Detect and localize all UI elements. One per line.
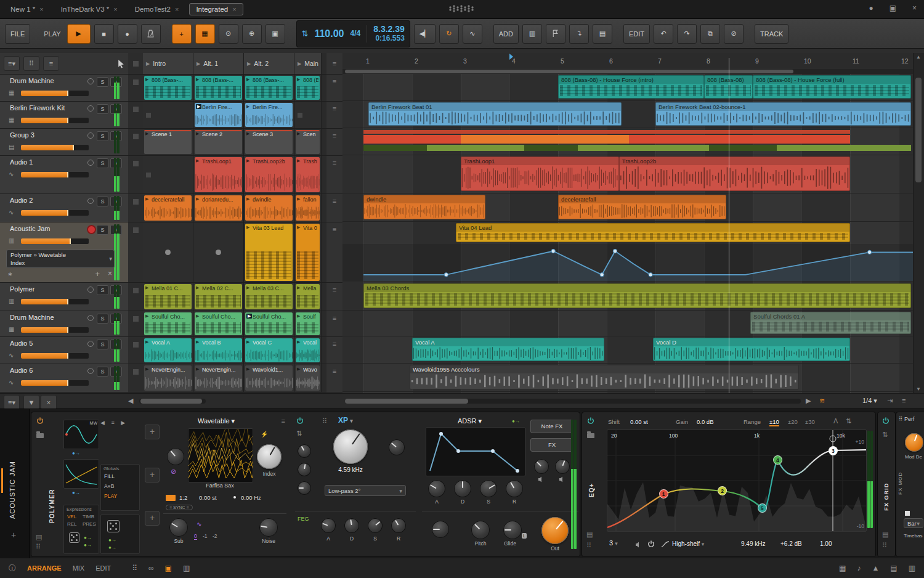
track-header-berlin-firework-kit-1[interactable]: Berlin Firework KitSM▦ xyxy=(0,102,128,129)
wt-env-icon[interactable]: ⚡ xyxy=(261,431,268,438)
record-button[interactable]: ● xyxy=(118,24,137,44)
monitor-button[interactable] xyxy=(87,368,94,374)
clip-play-icon[interactable]: ▶ xyxy=(145,77,148,82)
group-strip[interactable] xyxy=(629,135,850,144)
launcher-clip[interactable]: ▶Berlin Fire... xyxy=(195,103,242,127)
time-signature[interactable]: 4/4 xyxy=(351,30,361,38)
launcher-clip[interactable]: ▶808 (B xyxy=(296,76,320,100)
eq-band-freq[interactable]: 9.49 kHz xyxy=(741,540,765,547)
scene-play-icon[interactable]: ▶ xyxy=(298,61,301,67)
expr-pres[interactable]: PRES xyxy=(83,521,96,527)
clip-play-icon[interactable]: ▶ xyxy=(297,367,300,372)
eq-solo-icon[interactable]: Λ xyxy=(833,417,838,425)
eq-range-20[interactable]: ±20 xyxy=(788,418,798,425)
close-panel-icon[interactable]: × xyxy=(41,395,57,410)
keytrack-icon[interactable] xyxy=(166,495,176,501)
wavetable-display[interactable] xyxy=(188,428,253,482)
launcher-clip[interactable]: ▶dwindle xyxy=(245,195,293,221)
scroll-menu-icon[interactable]: ≡ xyxy=(902,397,906,404)
clip-slot[interactable]: ▶Mella 02 C... xyxy=(193,283,244,311)
clip-slot[interactable]: ▶Vocal B xyxy=(193,337,244,364)
vertical-scroll-thumb[interactable] xyxy=(915,78,922,182)
feg-d-knob[interactable] xyxy=(344,518,359,533)
rand-arrow2-icon[interactable]: ●→ xyxy=(108,545,116,550)
launcher-clip[interactable]: ▶Vocal xyxy=(296,338,320,362)
collapse-panel-icon[interactable]: ▼ xyxy=(23,395,39,410)
clip-slot[interactable]: ▶dorianredu... xyxy=(193,194,244,222)
clip-play-icon[interactable]: ▶ xyxy=(246,158,249,163)
sync-badge[interactable]: ≡ SYNC ≡ xyxy=(166,505,193,510)
sub-oct-1[interactable]: -1 xyxy=(203,533,208,539)
clip-stop-cell[interactable] xyxy=(128,102,143,129)
polymer-drag-icon[interactable]: ⠿ xyxy=(36,543,41,551)
track-header-polymer-6[interactable]: PolymerSM▥ xyxy=(0,283,128,311)
launcher-clip[interactable]: ▶808 (Bass-... xyxy=(195,76,242,100)
record-indicator-icon[interactable]: ● xyxy=(869,4,873,12)
track-menu-icon[interactable]: ≡ xyxy=(333,314,336,322)
launcher-clip[interactable]: ▶Mella 01 C... xyxy=(144,284,192,309)
clip-slot[interactable]: ▶Mella xyxy=(294,283,322,311)
track-menu-icon[interactable]: ≡ xyxy=(333,367,336,375)
restore-window-icon[interactable]: ▣ xyxy=(890,4,896,12)
arranger-clip-deceleratefall[interactable]: deceleratefall xyxy=(558,195,726,219)
browser-panel-icon[interactable]: ♪ xyxy=(857,564,861,572)
clip-slot[interactable]: ▶Vocal C xyxy=(244,337,294,364)
expr-timb[interactable]: TIMB xyxy=(83,514,94,519)
quantize-button[interactable]: ▥ xyxy=(522,24,542,44)
arranger-lane-drum-machine-0[interactable]: 808 (Bass-08) - House Force (intro)808 (… xyxy=(342,74,913,101)
eq-band-node-4[interactable]: 4 xyxy=(773,455,782,465)
track-menu-button[interactable]: TRACK xyxy=(755,24,788,44)
arranger-clip-808-bass-08-house-force-intro-[interactable]: 808 (Bass-08) - House Force (intro) xyxy=(558,75,704,99)
overdub-button[interactable]: ⊕ xyxy=(242,24,262,44)
scene-play-icon[interactable]: ▶ xyxy=(146,61,150,67)
track-header-audio-2-4[interactable]: Audio 2SM∿ xyxy=(0,194,128,222)
monitor-button[interactable] xyxy=(87,287,94,293)
clip-play-icon[interactable]: ▶ xyxy=(246,197,249,201)
wavetable-title[interactable]: Wavetable ▾ xyxy=(198,417,235,425)
cutoff-value[interactable]: 4.59 kHz xyxy=(328,466,373,473)
launcher-clip[interactable]: ▶Soulf xyxy=(296,312,320,335)
eq-band-gain[interactable]: +6.2 dB xyxy=(780,540,802,547)
filter-mod3-knob[interactable] xyxy=(298,481,311,495)
clip-play-icon[interactable]: ▶ xyxy=(246,131,249,136)
scene-play-icon[interactable]: ▶ xyxy=(247,61,251,67)
launcher-clip[interactable]: ▶Scene 2 xyxy=(195,130,242,154)
wavetable-preset-name[interactable]: Farfisa Sax xyxy=(188,482,252,489)
launcher-clip[interactable]: ▶Mella 03 C... xyxy=(245,284,293,309)
volume-slider[interactable] xyxy=(21,380,89,386)
groove-button[interactable]: ∿ xyxy=(463,24,482,44)
group-strip[interactable] xyxy=(363,145,427,151)
volume-slider[interactable] xyxy=(21,238,89,244)
clip-stop-cell[interactable] xyxy=(128,337,143,364)
expr-mod-arrow2-icon[interactable]: ●→ xyxy=(84,542,92,548)
clip-slot[interactable]: ▶Soulful Cho... xyxy=(244,311,294,336)
duplicate-button[interactable]: ⧉ xyxy=(700,24,720,44)
solo-button[interactable]: S xyxy=(97,197,108,206)
clip-play-icon[interactable]: ▶ xyxy=(246,77,249,82)
clip-slot[interactable]: ▶Scene 2 xyxy=(193,129,244,155)
track-header-audio-5-8[interactable]: Audio 5SM∿ xyxy=(0,337,128,364)
feg-a-knob[interactable] xyxy=(321,518,336,533)
solo-button[interactable]: S xyxy=(97,104,108,114)
eq-flip-icon[interactable]: ⇅ xyxy=(846,417,851,425)
launcher-clip[interactable]: ▶Vocal A xyxy=(144,338,192,362)
rand-arrow-icon[interactable]: ●→ xyxy=(108,537,116,543)
metronome-button[interactable] xyxy=(141,24,161,44)
wt-semitone-value[interactable]: 0.00 st xyxy=(199,494,217,501)
wt-hz-value[interactable]: 0.00 Hz xyxy=(241,494,261,501)
clip-play-icon[interactable]: ▶ xyxy=(145,367,148,372)
eq-band-q[interactable]: 1.00 xyxy=(820,540,832,547)
expr-vel[interactable]: VEL xyxy=(67,514,76,519)
clip-slot[interactable]: ▶808 (Bass-... xyxy=(244,75,294,101)
automation-write-button[interactable]: ⊙ xyxy=(219,24,238,44)
clip-slot[interactable]: ▶Wavoloid1... xyxy=(244,364,294,392)
eq-drag-icon[interactable]: ⠿ xyxy=(586,542,591,550)
fxgrid-drag-icon[interactable]: ⠿ xyxy=(882,542,887,550)
group-strip[interactable] xyxy=(363,130,850,134)
arranger-lane-audio-6-9[interactable]: Wavoloid1955 Acccolours xyxy=(342,364,913,392)
marker-button[interactable] xyxy=(546,24,565,44)
clip-play-icon[interactable]: ▶ xyxy=(246,367,249,372)
close-tab-icon[interactable]: × xyxy=(113,6,117,13)
note-fx-tab[interactable]: Note FX xyxy=(530,420,573,433)
expand-panel-icon[interactable]: ▲ xyxy=(872,564,879,572)
